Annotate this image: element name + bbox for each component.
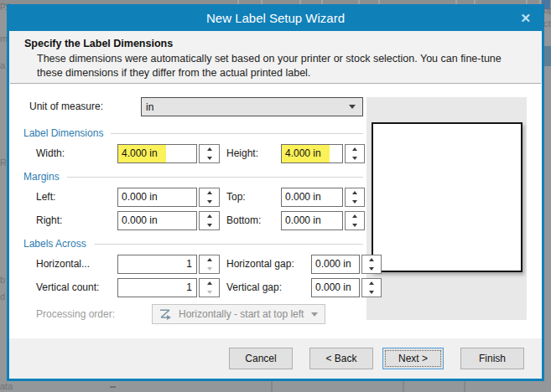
- horizontal-count-input[interactable]: 1: [117, 255, 197, 274]
- margin-top-input[interactable]: 0.000 in: [281, 188, 343, 207]
- next-button[interactable]: Next >: [382, 348, 444, 369]
- unit-of-measure-value: in: [142, 101, 349, 113]
- background-divider: [403, 381, 404, 392]
- stepper-up-button[interactable]: [200, 145, 219, 154]
- stepper-up-button[interactable]: [200, 212, 219, 221]
- section-divider: [111, 133, 363, 134]
- triangle-down-icon: [352, 224, 357, 227]
- back-button[interactable]: < Back: [309, 348, 373, 369]
- dialog-title: New Label Setup Wizard: [8, 6, 543, 31]
- dialog-titlebar[interactable]: New Label Setup Wizard ✕: [8, 6, 543, 31]
- header-description: These dimensions were automatically set …: [24, 52, 524, 80]
- dialog-header: Specify the Label Dimensions These dimen…: [10, 31, 541, 84]
- stepper-down-button[interactable]: [200, 288, 219, 297]
- margin-right-input[interactable]: 0.000 in: [117, 211, 197, 230]
- stepper-up-button[interactable]: [346, 212, 364, 221]
- stepper-up-button[interactable]: [200, 188, 219, 198]
- triangle-down-icon: [207, 200, 212, 204]
- triangle-down-icon: [207, 291, 212, 294]
- close-icon[interactable]: ✕: [520, 6, 531, 31]
- triangle-up-icon: [207, 258, 212, 261]
- stepper-down-button[interactable]: [200, 221, 219, 230]
- stepper-up-button[interactable]: [346, 145, 364, 154]
- height-stepper: [345, 144, 365, 163]
- margin-left-input[interactable]: 0.000 in: [117, 188, 197, 207]
- processing-order-label: Processing order:: [36, 305, 115, 324]
- finish-button[interactable]: Finish: [460, 348, 524, 369]
- horizontal-gap-label: Horizontal gap:: [226, 255, 294, 274]
- background-text: d: [0, 291, 5, 302]
- margin-left-stepper: [199, 188, 220, 207]
- z-order-icon: [159, 308, 173, 321]
- height-input[interactable]: 4.000 in: [281, 144, 343, 163]
- vertical-count-label: Vertical count:: [36, 278, 99, 297]
- vertical-gap-label: Vertical gap:: [226, 278, 282, 297]
- processing-order-value: Horizontally - start at top left: [174, 308, 311, 320]
- section-margins: Margins: [23, 171, 363, 183]
- unit-of-measure-select[interactable]: in: [141, 97, 363, 116]
- margin-left-label: Left:: [36, 188, 55, 207]
- stepper-down-button[interactable]: [200, 198, 219, 207]
- section-labels-across: Labels Across: [23, 238, 363, 250]
- stepper-down-button[interactable]: [346, 198, 364, 207]
- stepper-down-button[interactable]: [200, 265, 219, 274]
- section-title: Labels Across: [23, 238, 86, 250]
- processing-order-select[interactable]: Horizontally - start at top left: [152, 304, 325, 324]
- triangle-up-icon: [207, 281, 212, 285]
- background-divider: [110, 386, 116, 388]
- margin-bottom-stepper: [345, 211, 365, 230]
- section-label-dimensions: Label Dimensions: [23, 127, 363, 139]
- stepper-down-button[interactable]: [200, 154, 219, 163]
- stepper-up-button[interactable]: [200, 255, 219, 265]
- margin-bottom-input[interactable]: 0.000 in: [281, 211, 343, 230]
- background-text: b: [0, 275, 5, 285]
- stepper-up-button[interactable]: [362, 279, 381, 288]
- stepper-up-button[interactable]: [346, 188, 364, 198]
- dialog-footer: Cancel < Back Next > Finish: [10, 338, 541, 378]
- triangle-up-icon: [369, 258, 374, 261]
- triangle-down-icon: [207, 224, 212, 227]
- label-preview-panel: [366, 97, 527, 320]
- vertical-count-stepper: [199, 278, 220, 297]
- vertical-gap-input[interactable]: 0.000 in: [311, 278, 360, 297]
- margin-right-stepper: [199, 211, 220, 230]
- margin-top-stepper: [345, 188, 365, 207]
- triangle-up-icon: [352, 147, 357, 151]
- triangle-down-icon: [207, 157, 212, 160]
- stepper-up-button[interactable]: [200, 279, 219, 288]
- chevron-down-icon: [349, 105, 356, 109]
- background-divider: [464, 381, 465, 392]
- horizontal-gap-stepper: [361, 255, 382, 274]
- stepper-down-button[interactable]: [346, 154, 364, 163]
- horizontal-count-stepper: [199, 255, 220, 274]
- cancel-button[interactable]: Cancel: [229, 348, 293, 369]
- header-title: Specify the Label Dimensions: [24, 38, 524, 49]
- triangle-up-icon: [352, 214, 357, 218]
- new-label-setup-wizard-dialog: New Label Setup Wizard ✕ Specify the Lab…: [7, 4, 544, 381]
- background-divider: [271, 381, 273, 392]
- section-divider: [94, 244, 363, 245]
- background-selected-row: [543, 46, 551, 66]
- background-text: cts: [543, 18, 551, 28]
- vertical-count-input[interactable]: 1: [117, 278, 197, 297]
- width-stepper: [199, 144, 220, 163]
- width-input[interactable]: 4.000 in: [117, 144, 197, 163]
- triangle-down-icon: [352, 157, 357, 160]
- triangle-down-icon: [369, 267, 374, 271]
- height-label: Height:: [226, 144, 258, 163]
- stepper-down-button[interactable]: [346, 221, 364, 230]
- background-text: R: [0, 157, 7, 168]
- triangle-up-icon: [369, 281, 374, 285]
- stepper-up-button[interactable]: [362, 255, 381, 265]
- background-text: up: [543, 5, 551, 15]
- stepper-down-button[interactable]: [362, 288, 381, 297]
- horizontal-gap-input[interactable]: 0.000 in: [311, 255, 360, 274]
- background-text: ata: [0, 381, 13, 391]
- horizontal-count-label: Horizontal...: [36, 255, 90, 274]
- dialog-body: Unit of measure: in Label Dimensions Wid…: [9, 84, 542, 338]
- stepper-down-button[interactable]: [362, 265, 381, 274]
- triangle-up-icon: [207, 214, 212, 218]
- margin-top-label: Top:: [226, 188, 246, 207]
- triangle-up-icon: [207, 191, 212, 194]
- triangle-up-icon: [207, 147, 212, 151]
